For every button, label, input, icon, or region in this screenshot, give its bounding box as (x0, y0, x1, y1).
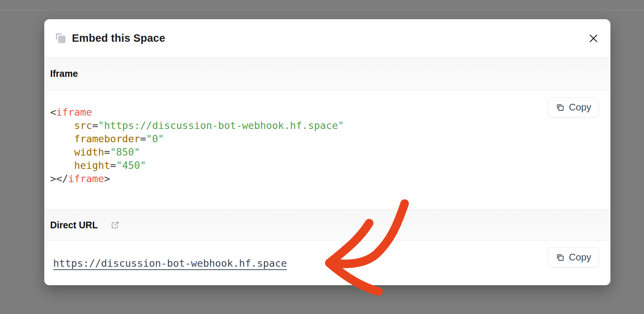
direct-url-section-label: Direct URL (50, 220, 98, 231)
copy-stack-icon (55, 32, 67, 45)
iframe-code-section: <iframe src="https://discussion-bot-webh… (44, 90, 610, 209)
copy-icon (555, 253, 565, 262)
copy-iframe-button[interactable]: Copy (548, 97, 599, 117)
code-block: <iframe src="https://discussion-bot-webh… (44, 90, 610, 185)
close-button[interactable] (585, 30, 602, 47)
embed-space-modal: Embed this Space Iframe <iframe src="htt… (44, 19, 610, 285)
direct-url-section-header: Direct URL (44, 209, 610, 241)
iframe-section-label: Iframe (50, 68, 78, 79)
backdrop-divider (0, 10, 644, 10)
modal-header: Embed this Space (44, 19, 610, 58)
close-x-icon (589, 34, 598, 43)
direct-url-row: https://discussion-bot-webhook.hf.space (44, 241, 610, 285)
external-link-icon[interactable] (110, 220, 120, 230)
copy-iframe-button-label: Copy (569, 102, 591, 113)
copy-url-button[interactable]: Copy (548, 247, 599, 267)
iframe-section-header: Iframe (44, 58, 610, 90)
copy-url-button-label: Copy (569, 252, 591, 263)
copy-icon (555, 103, 565, 112)
page-title: Embed this Space (72, 32, 165, 44)
direct-url-link[interactable]: https://discussion-bot-webhook.hf.space (53, 257, 287, 269)
